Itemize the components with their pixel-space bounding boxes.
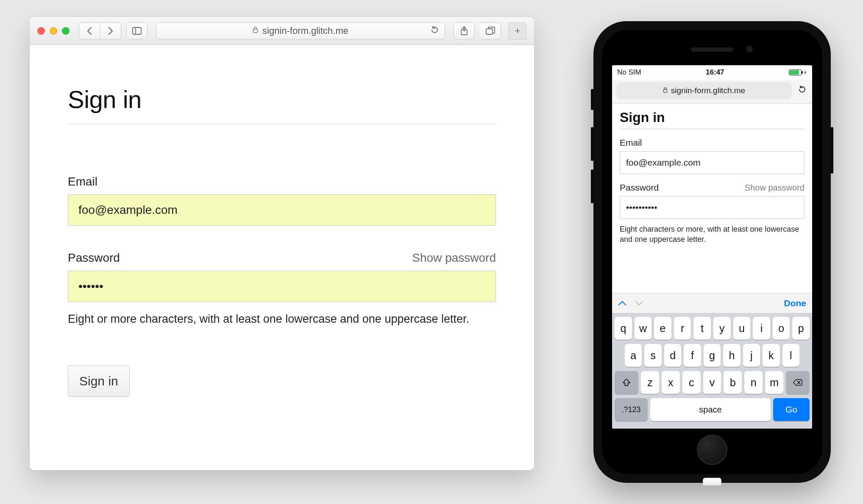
lightning-cable bbox=[703, 478, 721, 485]
new-tab-button[interactable]: + bbox=[509, 22, 526, 39]
mobile-email-input[interactable] bbox=[620, 151, 805, 174]
share-button[interactable] bbox=[454, 22, 475, 39]
key-m[interactable]: m bbox=[765, 371, 783, 394]
svg-rect-2 bbox=[253, 29, 258, 33]
backspace-key[interactable] bbox=[786, 371, 810, 394]
safari-toolbar: signin-form.glitch.me + bbox=[30, 17, 534, 45]
chevron-down-icon bbox=[635, 300, 643, 306]
window-zoom-button[interactable] bbox=[62, 27, 70, 35]
mobile-address-bar[interactable]: signin-form.glitch.me bbox=[616, 82, 792, 99]
key-i[interactable]: i bbox=[753, 317, 770, 340]
reload-button[interactable] bbox=[431, 25, 439, 36]
number-switch-key[interactable]: .?123 bbox=[615, 398, 648, 421]
mute-switch[interactable] bbox=[591, 89, 593, 110]
address-bar[interactable]: signin-form.glitch.me bbox=[156, 22, 445, 39]
key-g[interactable]: g bbox=[704, 344, 721, 367]
key-h[interactable]: h bbox=[723, 344, 740, 367]
window-close-button[interactable] bbox=[37, 27, 45, 35]
key-l[interactable]: l bbox=[782, 344, 799, 367]
status-clock: 16:47 bbox=[706, 68, 724, 77]
speaker-grille bbox=[691, 47, 733, 52]
shift-icon bbox=[622, 378, 631, 387]
key-b[interactable]: b bbox=[724, 371, 742, 394]
key-w[interactable]: w bbox=[635, 317, 652, 340]
key-s[interactable]: s bbox=[644, 344, 661, 367]
mobile-url-bar: signin-form.glitch.me bbox=[612, 80, 812, 104]
key-o[interactable]: o bbox=[773, 317, 790, 340]
toolbar-right bbox=[454, 22, 501, 39]
key-k[interactable]: k bbox=[763, 344, 779, 367]
key-e[interactable]: e bbox=[654, 317, 671, 340]
iphone-device: No SIM 16:47 ⚡︎ signin-form.glitch.me bbox=[593, 21, 831, 483]
prev-field-button[interactable] bbox=[618, 298, 626, 309]
ios-keyboard: q w e r t y u i o p a s d f g h bbox=[612, 313, 812, 429]
share-icon bbox=[460, 26, 468, 36]
charging-icon: ⚡︎ bbox=[803, 69, 807, 76]
mobile-password-input[interactable] bbox=[620, 196, 805, 219]
key-n[interactable]: n bbox=[744, 371, 763, 394]
key-d[interactable]: d bbox=[664, 344, 681, 367]
key-q[interactable]: q bbox=[615, 317, 632, 340]
mobile-page-title: Sign in bbox=[620, 110, 805, 129]
key-p[interactable]: p bbox=[792, 317, 810, 340]
form-nav-arrows bbox=[618, 298, 643, 309]
volume-down[interactable] bbox=[591, 169, 593, 203]
key-f[interactable]: f bbox=[684, 344, 701, 367]
key-r[interactable]: r bbox=[674, 317, 691, 340]
page-content: Sign in Email Password Show password Eig… bbox=[30, 45, 534, 397]
mobile-show-password-toggle[interactable]: Show password bbox=[745, 183, 805, 193]
key-y[interactable]: y bbox=[713, 317, 731, 340]
key-c[interactable]: c bbox=[682, 371, 701, 394]
mobile-email-label: Email bbox=[620, 138, 805, 148]
plus-icon: + bbox=[515, 25, 521, 36]
key-u[interactable]: u bbox=[733, 317, 751, 340]
status-bar: No SIM 16:47 ⚡︎ bbox=[612, 65, 812, 80]
lock-icon bbox=[253, 27, 258, 35]
keyboard-row-4: .?123 space Go bbox=[615, 398, 810, 421]
password-field-block: Password Show password Eight or more cha… bbox=[68, 251, 496, 327]
password-input[interactable] bbox=[68, 271, 496, 302]
lock-icon bbox=[663, 87, 668, 94]
tabs-icon bbox=[486, 27, 495, 35]
mobile-password-label: Password bbox=[620, 183, 659, 193]
mobile-page-content: Sign in Email Password Show password Eig… bbox=[612, 104, 812, 248]
mobile-address-text: signin-form.glitch.me bbox=[671, 86, 745, 95]
iphone-screen: No SIM 16:47 ⚡︎ signin-form.glitch.me bbox=[612, 65, 812, 429]
mobile-reload-button[interactable] bbox=[796, 85, 808, 96]
email-label: Email bbox=[68, 175, 97, 188]
signin-button[interactable]: Sign in bbox=[68, 366, 130, 397]
power-button[interactable] bbox=[831, 127, 833, 174]
tabs-button[interactable] bbox=[480, 22, 501, 39]
battery-indicator: ⚡︎ bbox=[789, 69, 807, 76]
sidebar-icon bbox=[132, 27, 142, 35]
shift-key[interactable] bbox=[615, 371, 638, 394]
space-key[interactable]: space bbox=[650, 398, 771, 421]
home-button[interactable] bbox=[697, 435, 727, 465]
key-j[interactable]: j bbox=[743, 344, 760, 367]
keyboard-row-2: a s d f g h j k l bbox=[615, 344, 810, 367]
key-t[interactable]: t bbox=[693, 317, 711, 340]
email-input[interactable] bbox=[68, 194, 496, 226]
address-text: signin-form.glitch.me bbox=[262, 25, 348, 36]
key-x[interactable]: x bbox=[662, 371, 680, 394]
key-z[interactable]: z bbox=[641, 371, 659, 394]
email-field-block: Email bbox=[68, 175, 496, 226]
password-hint: Eight or more characters, with at least … bbox=[68, 311, 496, 327]
go-key[interactable]: Go bbox=[773, 398, 810, 421]
chevron-left-icon bbox=[86, 27, 92, 35]
window-minimize-button[interactable] bbox=[50, 27, 57, 35]
sidebar-button[interactable] bbox=[126, 22, 148, 39]
svg-rect-5 bbox=[486, 29, 493, 34]
front-camera bbox=[746, 46, 753, 53]
volume-up[interactable] bbox=[591, 127, 593, 161]
page-title: Sign in bbox=[68, 85, 496, 124]
forward-button[interactable] bbox=[100, 22, 121, 39]
mobile-password-hint: Eight characters or more, with at least … bbox=[620, 224, 805, 245]
carrier-text: No SIM bbox=[617, 68, 641, 77]
key-a[interactable]: a bbox=[625, 344, 642, 367]
back-button[interactable] bbox=[79, 22, 100, 39]
keyboard-done-button[interactable]: Done bbox=[784, 298, 807, 308]
show-password-toggle[interactable]: Show password bbox=[412, 251, 496, 265]
next-field-button[interactable] bbox=[635, 298, 643, 309]
key-v[interactable]: v bbox=[703, 371, 721, 394]
